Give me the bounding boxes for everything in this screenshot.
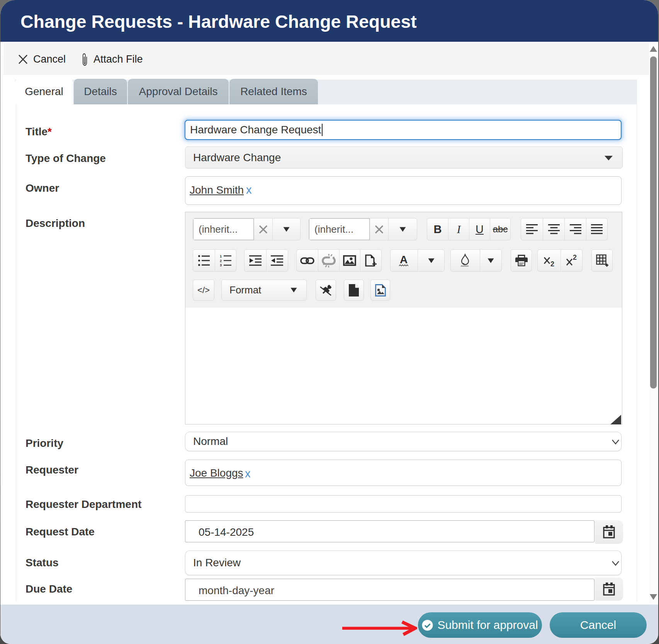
svg-text:2: 2 xyxy=(220,259,222,263)
svg-text:1: 1 xyxy=(220,255,222,258)
svg-text:A: A xyxy=(400,254,408,266)
svg-text:3: 3 xyxy=(220,263,222,266)
svg-text:2: 2 xyxy=(573,254,577,261)
svg-text:2: 2 xyxy=(550,260,554,267)
